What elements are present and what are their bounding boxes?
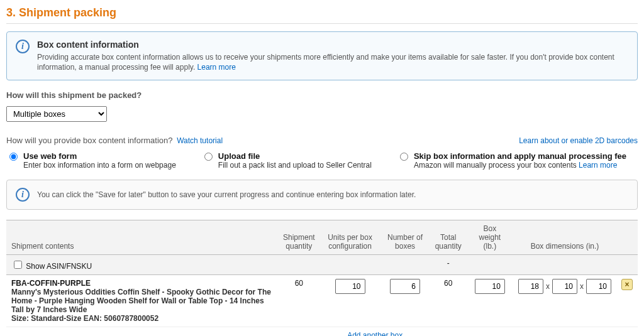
dim-length-input[interactable] (518, 279, 543, 294)
product-size: Size: Standard-Size EAN: 5060787800052 (11, 314, 273, 323)
times-icon: x (580, 282, 584, 291)
box-weight-input[interactable] (475, 279, 505, 294)
pack-method-select[interactable]: Multiple boxes (6, 106, 107, 122)
dim-height-input[interactable] (586, 279, 611, 294)
alert-body: Providing accurate box content informati… (37, 52, 628, 72)
divider (6, 23, 638, 24)
alert-title: Box content information (37, 40, 628, 50)
radio-upload-file-label: Upload file (218, 151, 372, 161)
box-dims-group: x x (518, 279, 611, 294)
product-desc: Manny's Mysterious Oddities Coffin Shelf… (11, 288, 273, 314)
enable-2d-barcodes-link[interactable]: Learn about or enable 2D barcodes (519, 136, 638, 145)
total-qty-cell: 60 (430, 275, 467, 327)
show-asin-label: Show ASIN/FNSKU (26, 262, 92, 271)
radio-web-form[interactable] (9, 153, 18, 161)
th-num-boxes: Number of boxes (380, 220, 430, 255)
radio-skip-desc: Amazon will manually process your box co… (414, 161, 626, 170)
add-box-config-link[interactable]: Add another box configuration (347, 331, 402, 336)
save-tip-text: You can click the "Save for later" butto… (37, 188, 416, 200)
total-qty-dash: - (430, 255, 467, 275)
radio-skip-desc-text: Amazon will manually process your box co… (414, 161, 579, 170)
save-later-tip: i You can click the "Save for later" but… (6, 180, 638, 210)
th-units-box: Units per box configuration (320, 220, 380, 255)
th-actions (616, 220, 638, 255)
th-total-qty: Total quantity (430, 220, 467, 255)
show-asin-row: Show ASIN/FNSKU - (6, 255, 638, 275)
show-asin-label-wrap[interactable]: Show ASIN/FNSKU (11, 262, 92, 271)
info-icon: i (16, 188, 30, 202)
th-box-dims: Box dimensions (in.) (513, 220, 616, 255)
shipment-contents-table: Shipment contents Shipment quantity Unit… (6, 220, 638, 336)
provide-question: How will you provide box content informa… (6, 136, 172, 145)
info-icon: i (16, 40, 30, 53)
box-content-info-alert: i Box content information Providing accu… (6, 31, 638, 80)
th-contents: Shipment contents (6, 220, 278, 255)
th-ship-qty: Shipment quantity (278, 220, 320, 255)
learn-more-link[interactable]: Learn more (197, 63, 236, 72)
section-title: 3. Shipment packing (6, 6, 638, 19)
dim-width-input[interactable] (552, 279, 577, 294)
add-config-row: Add another box configuration (6, 327, 638, 336)
th-box-weight: Box weight (lb.) (467, 220, 513, 255)
provide-method-radios: Use web form Enter box information into … (6, 151, 638, 170)
watch-tutorial-link[interactable]: Watch tutorial (177, 136, 223, 145)
table-row: FBA-COFFIN-PURPLE Manny's Mysterious Odd… (6, 275, 638, 327)
num-boxes-input[interactable] (390, 279, 420, 294)
radio-web-form-label: Use web form (23, 151, 176, 161)
radio-upload-file-desc: Fill out a pack list and upload to Selle… (218, 161, 372, 170)
remove-row-button[interactable]: × (621, 279, 633, 290)
radio-skip-label: Skip box information and apply manual pr… (414, 151, 626, 161)
show-asin-checkbox[interactable] (14, 261, 22, 269)
radio-web-form-desc: Enter box information into a form on web… (23, 161, 176, 170)
units-per-box-input[interactable] (335, 279, 365, 294)
times-icon: x (546, 282, 550, 291)
alert-body-text: Providing accurate box content informati… (37, 53, 614, 72)
skip-learn-more-link[interactable]: Learn more (579, 161, 617, 170)
pack-question: How will this shipment be packed? (6, 90, 638, 100)
radio-skip-box-info[interactable] (400, 153, 408, 161)
sku-text: FBA-COFFIN-PURPLE (11, 279, 273, 288)
ship-qty-cell: 60 (278, 275, 320, 327)
radio-upload-file[interactable] (204, 153, 213, 161)
